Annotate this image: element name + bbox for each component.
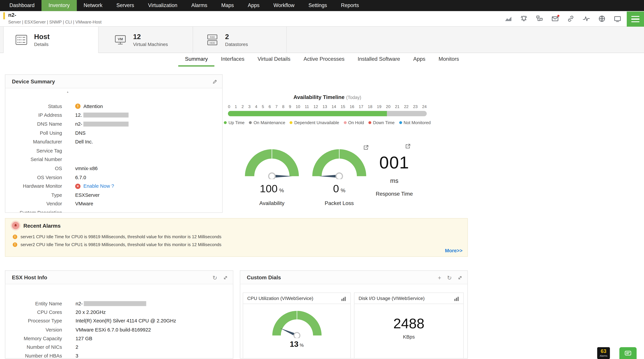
- console-icon[interactable]: [613, 14, 622, 23]
- field-row-memory-capacity: Memory Capacity 127 GB: [5, 334, 233, 343]
- hour-label: 5: [262, 104, 264, 109]
- dial-chart-icon[interactable]: [341, 296, 346, 303]
- availability-value: 100%: [241, 183, 303, 196]
- link-icon[interactable]: [566, 14, 575, 23]
- custom-dials-panel: Custom Dials + ↻ CPU Utilization (VIWebS…: [240, 270, 468, 359]
- subnav-item-monitors[interactable]: Monitors: [432, 53, 466, 66]
- subnav-item-installed-software[interactable]: Installed Software: [351, 53, 406, 66]
- edit-icon[interactable]: [212, 79, 217, 84]
- disk-io-unit: KBps: [354, 334, 463, 340]
- header-toolbar: [504, 11, 622, 26]
- refresh-icon[interactable]: ↻: [447, 274, 452, 280]
- field-row-number-of-hbas: Number of HBAs 3: [5, 352, 233, 359]
- hour-label: 14: [332, 104, 336, 109]
- alarm-count: 63: [597, 348, 610, 354]
- field-row-manufacturer: Manufacturer Dell Inc.: [5, 138, 222, 146]
- tab-virtual-machines[interactable]: VM 12 Virtual Machines: [98, 27, 193, 52]
- hour-label: 17: [359, 104, 363, 109]
- subnav-item-active-processes[interactable]: Active Processes: [297, 53, 351, 66]
- subnav-item-virtual-details[interactable]: Virtual Details: [251, 53, 297, 66]
- nav-item-dashboard[interactable]: Dashboard: [2, 0, 42, 11]
- popout-icon[interactable]: [405, 144, 411, 151]
- field-label: Entity Name: [5, 300, 62, 306]
- panel-title: Custom Dials: [247, 271, 281, 284]
- alarm-count-badge[interactable]: 63 Alarms: [597, 347, 610, 359]
- tab-datastores[interactable]: SSDHDD 2 Datastores: [193, 27, 286, 52]
- hour-label: 3: [248, 104, 250, 109]
- recent-alarms-panel: Recent Alarms ! server1 CPU Idle Time fo…: [5, 218, 468, 257]
- hour-label: 23: [413, 104, 418, 109]
- dial-chart-icon[interactable]: [454, 296, 459, 303]
- subnav-item-interfaces[interactable]: Interfaces: [214, 53, 251, 66]
- chat-button[interactable]: [619, 347, 636, 359]
- topology-icon[interactable]: [535, 14, 544, 23]
- hour-label: 10: [296, 104, 300, 109]
- hour-label: 9: [289, 104, 291, 109]
- legend-item: Not Monitored: [399, 120, 431, 125]
- subnav-item-summary[interactable]: Summary: [178, 53, 214, 66]
- nav-item-maps[interactable]: Maps: [214, 0, 241, 11]
- refresh-icon[interactable]: ↻: [212, 274, 217, 280]
- field-value: ESXServer: [75, 192, 100, 198]
- menu-button[interactable]: [627, 12, 644, 27]
- vm-label: Virtual Machines: [133, 42, 168, 47]
- nav-item-reports[interactable]: Reports: [334, 0, 366, 11]
- hour-label: 13: [322, 104, 327, 109]
- tab-subtitle: Details: [34, 42, 50, 47]
- device-meta: Server | ESXServer | SNMP | CLI | VMware…: [8, 19, 102, 24]
- datastore-label: Datastores: [225, 42, 248, 47]
- expand-icon[interactable]: [223, 275, 228, 280]
- legend-item: On Maintenance: [249, 120, 285, 125]
- more-alarms-link[interactable]: More>>: [445, 248, 462, 254]
- nav-item-inventory[interactable]: Inventory: [42, 0, 77, 11]
- host-icon: [14, 33, 28, 47]
- nav-item-servers[interactable]: Servers: [109, 0, 141, 11]
- performance-icon[interactable]: [582, 14, 591, 23]
- chart-icon[interactable]: [504, 14, 512, 23]
- field-row-entity-name: Entity Name n2-: [5, 299, 233, 308]
- hour-label: 18: [368, 104, 372, 109]
- hour-label: 6: [268, 104, 271, 109]
- field-label: Serial Number: [5, 157, 62, 162]
- scroll-up-icon[interactable]: ▴: [67, 90, 68, 94]
- globe-icon[interactable]: [597, 14, 606, 23]
- packet-loss-value: 0%: [308, 183, 370, 196]
- nav-item-virtualization[interactable]: Virtualization: [141, 0, 184, 11]
- field-label: CPU Cores: [5, 309, 62, 315]
- device-name: n2-: [8, 12, 16, 18]
- legend-dot: [399, 121, 402, 124]
- mail-icon[interactable]: [550, 14, 560, 23]
- hour-label: 0: [228, 104, 230, 109]
- nav-item-workflow[interactable]: Workflow: [266, 0, 302, 11]
- field-row-vendor: Vendor VMware: [5, 200, 222, 208]
- tab-host-details[interactable]: Host Details: [3, 27, 98, 53]
- redacted-value: [83, 113, 128, 118]
- vm-icon: VM: [113, 33, 127, 47]
- nav-item-settings[interactable]: Settings: [302, 0, 334, 11]
- alarm-count-label: Alarms: [597, 354, 610, 357]
- nav-item-alarms[interactable]: Alarms: [184, 0, 214, 11]
- field-label: Type: [5, 192, 62, 198]
- alarm-bell-badge: [12, 222, 19, 229]
- field-label: Poll Using: [5, 130, 62, 136]
- vm-count: 12: [133, 33, 168, 40]
- device-status-accent: [3, 12, 5, 19]
- field-row-dns-name: DNS Name n2-: [5, 120, 222, 128]
- cpu-utilization-gauge: [270, 308, 323, 338]
- alarm-item: ! server1 CPU Idle Time for CPU0 is 9981…: [13, 234, 221, 239]
- alarm-bell-icon[interactable]: [519, 14, 528, 23]
- popout-icon[interactable]: [363, 144, 369, 152]
- field-value: VMware ESXi 6.7.0 build-8169922: [76, 327, 151, 332]
- nav-item-network[interactable]: Network: [77, 0, 110, 11]
- field-row-system-description: System Description: [5, 208, 222, 213]
- add-dial-icon[interactable]: +: [438, 274, 441, 280]
- subnav-item-apps[interactable]: Apps: [407, 53, 432, 66]
- legend-item: Up Time: [224, 120, 244, 125]
- disk-io-value: 2488: [354, 316, 463, 331]
- expand-icon[interactable]: [458, 275, 462, 280]
- field-value: 127 GB: [76, 336, 92, 341]
- enable-now-link[interactable]: Enable Now ?: [83, 183, 114, 189]
- field-row-service-tag: Service Tag: [5, 146, 222, 155]
- nav-item-apps[interactable]: Apps: [241, 0, 266, 11]
- legend-dot: [290, 121, 293, 124]
